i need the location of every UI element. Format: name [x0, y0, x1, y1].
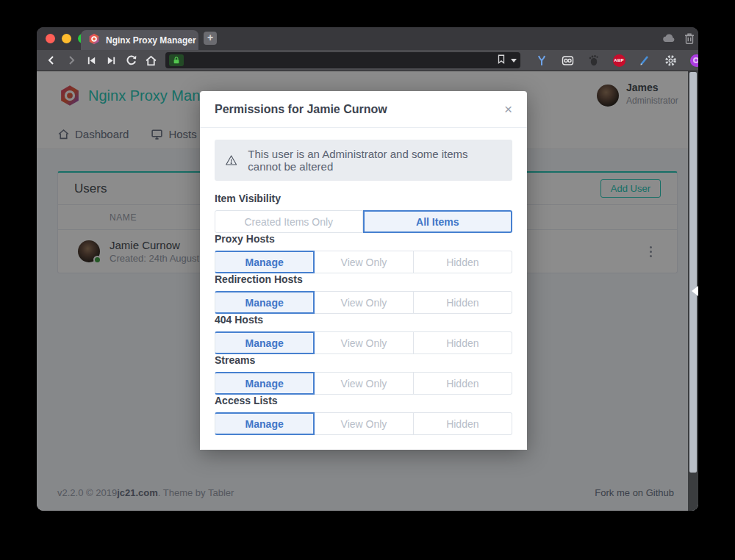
visibility-segmented-control: Created Items Only All Items: [215, 210, 512, 233]
back-icon[interactable]: [43, 52, 60, 68]
containers-extension-icon[interactable]: [560, 53, 575, 68]
option-view-only[interactable]: View Only: [315, 291, 413, 314]
minimize-window-button[interactable]: [62, 34, 71, 43]
pin-extension-icon[interactable]: [534, 53, 549, 68]
admin-alert: This user is an Administrator and some i…: [215, 140, 512, 181]
option-manage[interactable]: Manage: [215, 291, 315, 314]
url-bar[interactable]: [165, 52, 520, 68]
segmented-control: Manage View Only Hidden: [215, 291, 512, 314]
screenshot-stage: Nginx Proxy Manager +: [0, 0, 735, 560]
bookmark-icon[interactable]: [496, 54, 506, 68]
modal-header: Permissions for Jamie Curnow ×: [200, 91, 527, 128]
section-label: 404 Hosts: [215, 314, 512, 326]
browser-titlebar: Nginx Proxy Manager +: [37, 27, 698, 50]
segmented-control: Manage View Only Hidden: [215, 251, 512, 273]
purple-extension-icon[interactable]: [689, 53, 698, 68]
scrollbar-thumb[interactable]: [689, 72, 697, 473]
forward-icon[interactable]: [63, 52, 79, 68]
option-created-items-only[interactable]: Created Items Only: [215, 210, 363, 233]
option-hidden[interactable]: Hidden: [414, 372, 512, 395]
segmented-control: Manage View Only Hidden: [215, 372, 512, 395]
section-label: Item Visibility: [215, 193, 512, 204]
option-hidden[interactable]: Hidden: [414, 331, 512, 354]
option-view-only[interactable]: View Only: [315, 372, 413, 395]
option-view-only[interactable]: View Only: [315, 251, 413, 273]
section-label: Redirection Hosts: [215, 273, 512, 285]
404-hosts-section: 404 Hosts Manage View Only Hidden: [215, 314, 512, 354]
close-window-button[interactable]: [46, 34, 55, 43]
reload-icon[interactable]: [123, 52, 139, 68]
streams-section: Streams Manage View Only Hidden: [215, 354, 512, 395]
item-visibility-section: Item Visibility Created Items Only All I…: [215, 193, 512, 233]
permissions-modal: Permissions for Jamie Curnow × This user…: [200, 91, 527, 450]
abp-label: ABP: [613, 54, 625, 67]
page-viewport: Nginx Proxy Manager James Administrator …: [37, 71, 698, 511]
trash-icon[interactable]: [684, 32, 695, 48]
option-manage[interactable]: Manage: [215, 412, 315, 435]
bookmarks-caret-icon[interactable]: [511, 59, 517, 65]
segmented-control: Manage View Only Hidden: [215, 412, 512, 435]
segmented-control: Manage View Only Hidden: [215, 331, 512, 354]
adblock-plus-icon[interactable]: ABP: [612, 53, 626, 68]
favicon-icon: [88, 33, 100, 48]
pen-extension-icon[interactable]: [637, 53, 652, 68]
option-manage[interactable]: Manage: [215, 331, 315, 354]
tab-title: Nginx Proxy Manager: [106, 35, 196, 46]
lock-badge-icon[interactable]: [169, 54, 184, 66]
option-all-items[interactable]: All Items: [363, 210, 513, 233]
home-icon[interactable]: [143, 52, 159, 68]
option-manage[interactable]: Manage: [215, 372, 315, 395]
section-label: Access Lists: [215, 395, 512, 406]
section-label: Proxy Hosts: [215, 233, 512, 245]
option-hidden[interactable]: Hidden: [414, 291, 512, 314]
option-hidden[interactable]: Hidden: [414, 251, 512, 273]
skip-end-icon[interactable]: [103, 52, 119, 68]
edge-arrow-icon: [686, 286, 698, 296]
modal-body: This user is an Administrator and some i…: [200, 128, 527, 450]
gear-extension-icon[interactable]: [663, 53, 678, 68]
option-manage[interactable]: Manage: [215, 251, 315, 273]
option-view-only[interactable]: View Only: [315, 412, 413, 435]
browser-tab[interactable]: Nginx Proxy Manager: [81, 30, 198, 50]
gnome-foot-icon[interactable]: [586, 53, 600, 68]
modal-title: Permissions for Jamie Curnow: [215, 103, 387, 116]
cloud-sync-icon[interactable]: [662, 32, 678, 47]
new-tab-button[interactable]: +: [204, 32, 217, 45]
close-icon[interactable]: ×: [504, 102, 512, 116]
option-view-only[interactable]: View Only: [315, 331, 413, 354]
access-lists-section: Access Lists Manage View Only Hidden: [215, 395, 512, 435]
admin-alert-text: This user is an Administrator and some i…: [248, 148, 502, 173]
option-hidden[interactable]: Hidden: [414, 412, 512, 435]
browser-toolbar: ABP: [37, 50, 698, 71]
redirection-hosts-section: Redirection Hosts Manage View Only Hidde…: [215, 273, 512, 314]
proxy-hosts-section: Proxy Hosts Manage View Only Hidden: [215, 233, 512, 273]
section-label: Streams: [215, 354, 512, 366]
skip-start-icon[interactable]: [83, 52, 99, 68]
browser-window: Nginx Proxy Manager +: [37, 27, 698, 511]
warning-triangle-icon: [225, 153, 237, 168]
